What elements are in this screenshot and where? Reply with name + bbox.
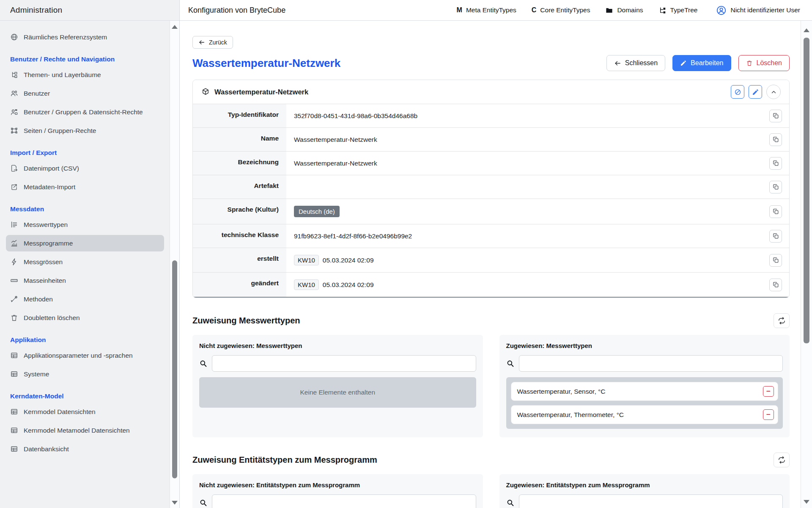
copy-button[interactable] [769,110,782,122]
scroll-up-arrow[interactable] [172,25,178,29]
scroll-down-arrow[interactable] [804,500,809,504]
assigned-panel-entitaetstypen: Zugewiesen: Entitätstypen zum Messprogra… [499,474,790,508]
sidebar-item-raeumliches-referenzsystem[interactable]: Räumliches Referenzsystem [6,29,164,45]
sidebar-item-label: Messgrössen [24,257,63,267]
collapse-card-button[interactable] [766,85,781,99]
tools-icon [10,295,18,303]
nav-meta-entitytypes[interactable]: M Meta EntityTypes [457,6,516,14]
list-item: Wassertemperatur, Sensor, °C − [511,382,779,401]
sidebar-item-methoden[interactable]: Methoden [6,291,164,307]
copy-button[interactable] [769,230,782,243]
sidebar-item-datenbanksicht[interactable]: Datenbanksicht [6,441,164,457]
sidebar-item-kernmodel-metamodel[interactable]: Kernmodel Metamodel Datensichten [6,422,164,439]
search-icon [199,499,207,507]
delete-label: Löschen [757,59,782,67]
layer-tree-icon [10,71,18,79]
calendar-week-badge: KW10 [294,279,319,290]
sidebar-scrollbar[interactable] [170,21,179,508]
cube-icon [201,88,210,96]
back-button[interactable]: Zurück [192,36,233,49]
panel-label: Zugewiesen: Messwerttypen [506,342,783,349]
sidebar-item-systeme[interactable]: Systeme [6,366,164,382]
table-row: Name Wassertemperatur-Netzwerk [193,127,789,151]
list-item: Wassertemperatur, Thermometer, °C − [511,405,779,424]
panel-label: Nicht zugewiesen: Entitätstypen zum Mess… [199,481,476,489]
nav-user[interactable]: Nicht identifizierter User [716,5,800,16]
unassigned-panel-messwerttypen: Nicht zugewiesen: Messwerttypen Keine El… [192,335,483,437]
sidebar-item-messprogramme[interactable]: Messprogramme [6,235,164,251]
search-input[interactable] [519,494,783,508]
admin-title: Administration [10,6,62,15]
table-row: geändert KW10 05.03.2024 02:09 [193,272,789,298]
sidebar-item-benutzer[interactable]: Benutzer [6,85,164,102]
sidebar-item-label: Räumliches Referenzsystem [24,32,107,42]
search-input[interactable] [212,355,476,372]
sidebar-item-label: Messwerttypen [24,220,68,229]
sidebar-section-benutzer-rechte: Benutzer / Rechte und Navigation [5,55,165,63]
search-input[interactable] [212,494,476,508]
nav-domains[interactable]: Domains [605,6,643,14]
row-label: Sprache (Kultur) [193,199,286,224]
sidebar-item-label: Doubletten löschen [24,313,80,323]
row-label: Artefakt [193,175,286,199]
refresh-icon [778,317,786,325]
top-navigation: M Meta EntityTypes C Core EntityTypes Do… [457,5,800,16]
users-icon [10,89,18,97]
sidebar-item-doubletten-loeschen[interactable]: Doubletten löschen [6,309,164,326]
sidebar-item-label: Benutzer [24,88,50,98]
sidebar-item-applikationsparameter[interactable]: Applikationsparameter und -sprachen [6,347,164,364]
sidebar-item-kernmodel-datensichten[interactable]: Kernmodel Datensichten [6,403,164,420]
page-scrollbar[interactable] [801,21,812,508]
sidebar-item-metadaten-import[interactable]: Metadaten-Import [6,179,164,195]
nav-typetree[interactable]: TypeTree [658,6,698,14]
copy-button[interactable] [769,205,782,218]
card-title: Wassertemperatur-Netzwerk [214,88,308,96]
sidebar-item-themen-layerbaeume[interactable]: Themen- und Layerbäume [6,66,164,83]
folder-icon [605,6,613,14]
copy-button[interactable] [769,279,782,291]
copy-button[interactable] [769,157,782,170]
assigned-panel-messwerttypen: Zugewiesen: Messwerttypen Wassertemperat… [499,335,790,437]
sidebar-item-datenimport-csv[interactable]: Datenimport (CSV) [6,160,164,177]
nav-label: Core EntityTypes [540,6,590,14]
sidebar-item-label: Datenimport (CSV) [24,163,79,173]
remove-item-button[interactable]: − [763,409,774,420]
nav-core-entitytypes[interactable]: C Core EntityTypes [532,6,590,14]
delete-button[interactable]: Löschen [738,55,790,71]
sidebar-item-masseinheiten[interactable]: Masseinheiten [6,272,164,289]
edit-button[interactable]: Bearbeiten [672,55,731,71]
sidebar-section-import-export: Import / Export [5,149,165,157]
copy-button[interactable] [769,181,782,193]
search-input[interactable] [519,355,783,372]
sidebar-item-messgroessen[interactable]: Messgrössen [6,254,164,270]
scroll-up-arrow[interactable] [804,28,809,32]
edit-card-button[interactable] [749,85,762,99]
row-value [286,175,762,199]
sidebar-item-benutzer-gruppen-rechte[interactable]: Benutzer / Gruppen & Datensicht-Rechte [6,104,155,120]
table-row: Typ-Identifikator 352f70d8-0451-431d-98a… [193,104,789,127]
sidebar-item-seiten-gruppen-rechte[interactable]: Seiten / Gruppen-Rechte [6,122,164,139]
sidebar-scroll-thumb[interactable] [172,260,177,478]
close-button[interactable]: Schliessen [606,55,665,71]
panel-label: Zugewiesen: Entitätstypen zum Messprogra… [506,481,783,489]
frame-icon [10,127,18,135]
sidebar-item-label: Methoden [24,294,53,304]
external-link-icon [10,183,18,191]
sidebar-header: Administration [0,0,180,20]
refresh-button[interactable] [774,313,790,328]
copy-icon [772,160,779,167]
scroll-down-arrow[interactable] [172,501,178,505]
panel-label: Nicht zugewiesen: Messwerttypen [199,342,476,349]
remove-item-button[interactable]: − [763,386,774,397]
refresh-button[interactable] [774,453,790,467]
copy-button[interactable] [769,133,782,146]
hide-empty-fields-button[interactable] [731,85,744,99]
close-label: Schliessen [625,59,658,67]
sidebar-item-messwerttypen[interactable]: Messwerttypen [6,216,164,233]
row-value: 91fb9623-8ef1-4d2f-8f66-b2e0496b99e2 [286,224,762,248]
section-title-entitaetstypen: Zuweisung Entitätstypen zum Messprogramm [192,455,377,465]
sidebar-item-label: Datenbanksicht [24,444,69,454]
user-label: Nicht identifizierter User [730,6,800,14]
copy-button[interactable] [769,254,782,267]
page-scroll-thumb[interactable] [804,38,809,343]
